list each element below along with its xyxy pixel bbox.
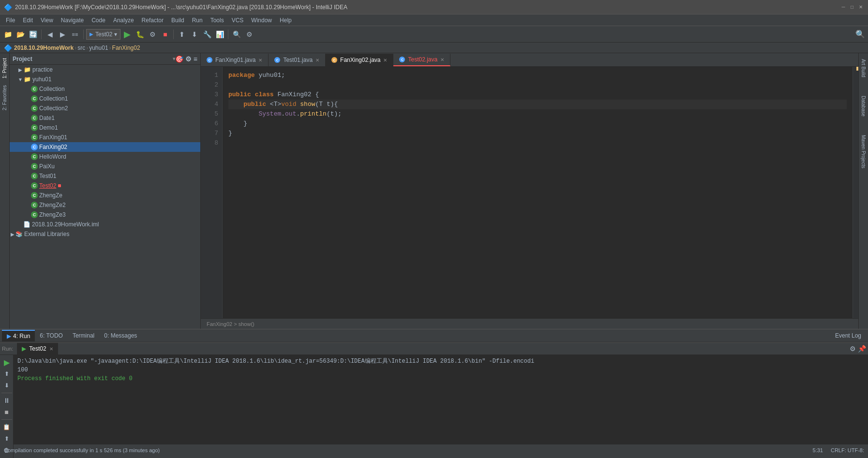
tab-FanXing01[interactable]: C FanXing01.java ✕ [201,54,269,66]
output-line-4: Process finished with exit code 0 [17,374,864,383]
tree-item-extlibs[interactable]: ▶ 📚 External Libraries [10,229,200,239]
run-settings-icon[interactable]: ⚙ [850,345,856,353]
run-pin-icon[interactable]: 📌 [858,345,866,353]
run-button[interactable]: ▶ [121,29,133,40]
output-line-1: D:\Java\bin\java.exe "-javaagent:D:\IDEA… [17,357,864,366]
run-restart-btn[interactable]: ▶ [1,357,12,368]
tree-item-Date1[interactable]: C Date1 [10,113,200,123]
breadcrumb-src[interactable]: src [77,44,85,51]
menu-tools[interactable]: Tools [207,16,228,25]
toolbar-btn3[interactable]: 🔧 [201,29,213,40]
run-config-dropdown[interactable]: ▶ Test02 ▾ [86,29,120,40]
java-class-icon-FanXing01: C [31,134,38,141]
run-pause-btn[interactable]: ⏸ [1,395,12,406]
close-button[interactable]: ✕ [857,4,864,11]
tree-label-Demo1: Demo1 [39,124,58,131]
tab-FanXing02[interactable]: C FanXing02.java ✕ [326,54,393,66]
bottom-tab-eventlog[interactable]: Event Log [830,330,866,341]
tab-label-FanXing02: FanXing02.java [340,57,380,63]
tree-item-ZhengZe2[interactable]: C ZhengZe2 [10,200,200,210]
locate-file-icon[interactable]: 🎯 [175,55,183,63]
tree-item-iml[interactable]: 📄 2018.10.29HomeWork.iml [10,220,200,229]
menu-edit[interactable]: Edit [19,16,37,25]
bottom-tab-todo[interactable]: 6: TODO [35,330,68,341]
code-content[interactable]: package yuhu01; public class FanXing02 {… [223,67,853,318]
run-down-btn[interactable]: ⬇ [1,380,12,391]
tab-close-FanXing01[interactable]: ✕ [258,58,262,63]
sidebar-tab-favorites[interactable]: 2: Favorites [1,82,8,113]
stop-button[interactable]: ■ [159,29,171,40]
toolbar-btn6[interactable]: ⚙ [243,29,255,40]
menu-analyze[interactable]: Analyze [109,16,138,25]
toolbar-forward[interactable]: ▶ [57,29,68,40]
toolbar-structure[interactable]: ≡≡ [69,29,81,40]
settings-icon[interactable]: ⚙ [185,55,192,63]
java-class-icon-Collection1: C [31,95,38,102]
menu-window[interactable]: Window [247,16,276,25]
tree-item-ZhengZe3[interactable]: C ZhengZe3 [10,210,200,220]
tree-item-FanXing02[interactable]: C FanXing02 [10,142,200,152]
run-tab-close[interactable]: ✕ [49,346,53,352]
menu-vcs[interactable]: VCS [228,16,248,25]
toolbar-btn5[interactable]: 🔍 [231,29,242,40]
collapse-all-icon[interactable]: ≡ [194,55,197,63]
status-position[interactable]: 5:31 [813,447,823,453]
bottom-tab-run[interactable]: ▶ 4: Run [2,330,35,341]
menu-navigate[interactable]: Navigate [57,16,88,25]
menu-view[interactable]: View [37,16,57,25]
toolbar-btn4[interactable]: 📊 [214,29,225,40]
run-up-btn[interactable]: ⬆ [1,369,12,379]
toolbar-search-everywhere[interactable]: 🔍 [854,29,866,40]
breadcrumb-fanxing02[interactable]: FanXing02 [112,44,140,51]
maximize-button[interactable]: □ [849,4,855,11]
status-encoding[interactable]: CRLF: UTF-8: [831,447,864,453]
tab-close-Test01[interactable]: ✕ [315,58,319,63]
java-class-icon-Test01: C [31,173,38,179]
run-with-coverage[interactable]: ⚙ [147,29,158,40]
tree-item-PaiXu[interactable]: C PaiXu [10,162,200,171]
run-green-icon: ▶ [22,345,26,352]
debug-button[interactable]: 🐛 [134,29,146,40]
toolbar-back[interactable]: ◀ [44,29,56,40]
toolbar-new-project[interactable]: 📁 [2,29,14,40]
right-tab-database[interactable]: Database [860,92,867,120]
sidebar-tab-project[interactable]: 1: Project [1,55,8,81]
menu-build[interactable]: Build [167,16,188,25]
tab-Test02[interactable]: C Test02.java ✕ [393,54,450,66]
minimize-button[interactable]: ─ [840,4,847,11]
menu-code[interactable]: Code [88,16,109,25]
menu-refactor[interactable]: Refactor [138,16,167,25]
toolbar-btn2[interactable]: ⬇ [189,29,200,40]
right-tab-maven[interactable]: Maven Projects [860,131,867,172]
bottom-tab-terminal[interactable]: Terminal [68,330,99,341]
tree-item-ZhengZe[interactable]: C ZhengZe [10,191,200,200]
run-stop-btn[interactable]: ■ [1,407,12,417]
bottom-tab-messages[interactable]: 0: Messages [99,330,142,341]
right-tab-artbuild[interactable]: Art Build [860,55,867,81]
breadcrumb-yuhu01[interactable]: yuhu01 [89,44,108,51]
tree-item-practice[interactable]: ▶ 📁 practice [10,65,200,74]
menu-help[interactable]: Help [276,16,296,25]
breadcrumb-project[interactable]: 2018.10.29HomeWork [14,44,74,51]
tab-close-Test02[interactable]: ✕ [440,57,444,62]
tree-item-FanXing01[interactable]: C FanXing01 [10,133,200,142]
tree-item-yuhu01[interactable]: ▼ 📁 yuhu01 [10,74,200,84]
java-class-icon-Collection: C [31,86,38,92]
tab-Test01[interactable]: C Test01.java ✕ [269,54,326,66]
tab-close-FanXing02[interactable]: ✕ [383,58,387,63]
run-scroll-btn[interactable]: ⬆ [1,433,12,444]
tree-item-Collection1[interactable]: C Collection1 [10,94,200,103]
menu-run[interactable]: Run [188,16,207,25]
run-fold-btn[interactable]: 📋 [1,422,12,432]
tree-item-Test01[interactable]: C Test01 [10,171,200,181]
tree-item-Demo1[interactable]: C Demo1 [10,123,200,133]
tree-item-Collection[interactable]: C Collection [10,84,200,94]
toolbar-sync[interactable]: 🔄 [27,29,39,40]
run-tab-test02[interactable]: ▶ Test02 ✕ [17,343,58,355]
menu-file[interactable]: File [2,16,19,25]
toolbar-open[interactable]: 📂 [15,29,26,40]
tree-item-Collection2[interactable]: C Collection2 [10,103,200,113]
toolbar-btn1[interactable]: ⬆ [176,29,188,40]
tree-item-HelloWord[interactable]: C HelloWord [10,152,200,162]
tree-item-Test02[interactable]: C Test02 [10,181,200,191]
